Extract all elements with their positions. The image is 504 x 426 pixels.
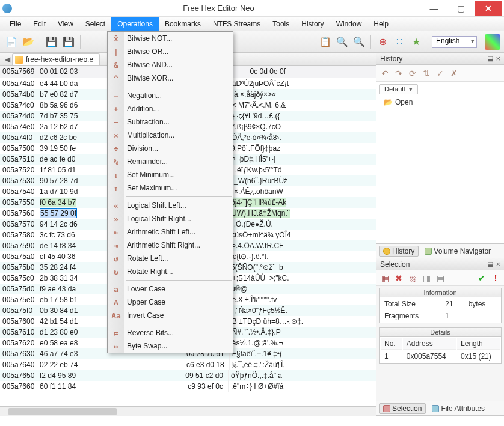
- menu-file[interactable]: File: [4, 17, 27, 31]
- find-next-icon[interactable]: 🔍: [351, 34, 367, 50]
- pin-icon[interactable]: ⬓: [487, 55, 493, 62]
- language-combo[interactable]: English: [432, 36, 477, 48]
- menu-select[interactable]: Select: [79, 17, 111, 31]
- history-redo-icon[interactable]: ↷: [393, 67, 405, 79]
- history-undo-icon[interactable]: ↶: [379, 67, 391, 79]
- menu-item-bitwise-and[interactable]: &Bitwise AND...: [108, 58, 233, 72]
- row-hex-left[interactable]: 0b 30 84 d1: [37, 305, 80, 316]
- row-hex-left[interactable]: 42 b1 54 d1: [37, 316, 80, 327]
- encrypt-icon[interactable]: ⊕: [375, 34, 390, 50]
- document-tab[interactable]: free-hex-editor-neo.e: [12, 53, 100, 65]
- menu-view[interactable]: View: [52, 17, 79, 31]
- tab-volume-navigator[interactable]: Volume Navigator: [421, 246, 494, 256]
- row-hex-left[interactable]: e4 44 b0 da: [37, 78, 80, 89]
- row-hex-left[interactable]: 35 28 24 f4: [37, 262, 78, 273]
- row-hex-left[interactable]: 2b 38 31 34: [37, 273, 80, 284]
- row-hex-left[interactable]: 7d b7 35 75: [37, 111, 80, 121]
- row-hex-left[interactable]: 1f 81 05 d1: [37, 165, 78, 175]
- sel-load-icon[interactable]: ▤: [434, 272, 446, 284]
- menu-item-bitwise-or[interactable]: |Bitwise OR...: [108, 45, 233, 58]
- menu-tools[interactable]: Tools: [266, 17, 295, 31]
- hex-row[interactable]: 005a766060 f1 11 84c9 93 ef 0c.ë"m÷} I Ø…: [0, 381, 376, 392]
- bookmark-icon[interactable]: ★: [408, 34, 424, 50]
- menu-item-invert-case[interactable]: AaInvert Case: [108, 309, 233, 322]
- new-icon[interactable]: 📄: [4, 34, 19, 50]
- row-hex-left[interactable]: 39 19 50 fe: [37, 143, 78, 154]
- menu-item-bitwise-xor[interactable]: ^Bitwise XOR...: [108, 72, 233, 85]
- hex-row[interactable]: 005a7650f2 d4 95 8909 51 c2 d0öŸþƒñÖ.,.‡…: [0, 370, 376, 381]
- menu-item-negation[interactable]: −Negation...: [108, 89, 233, 102]
- row-hex-left[interactable]: f0 6a 34 b7: [37, 197, 78, 208]
- hex-row[interactable]: 005a764002 22 eb 74c6 e3 d0 18§.¯,ëë.‡."…: [0, 359, 376, 370]
- menu-item-set-minimum[interactable]: ↓Set Minimum...: [108, 168, 233, 181]
- menu-item-remainder[interactable]: %Remainder...: [108, 155, 233, 168]
- maximize-button[interactable]: ▢: [447, 1, 475, 16]
- sel-del-icon[interactable]: !: [490, 272, 502, 284]
- row-hex-left[interactable]: e0 58 ea e8: [37, 338, 80, 348]
- horizontal-scrollbar[interactable]: [0, 406, 376, 416]
- sel-ok-icon[interactable]: ✔: [476, 272, 488, 284]
- row-hex-left[interactable]: 55 57 29 0f: [37, 208, 79, 219]
- menu-item-reverse-bits[interactable]: ⇄Reverse Bits...: [108, 326, 233, 339]
- row-hex-right[interactable]: c9 93 ef 0c: [78, 381, 228, 392]
- menu-item-arithmetic-shift-right[interactable]: ⇥Arithmetic Shift Right...: [108, 239, 233, 252]
- row-hex-left[interactable]: eb 17 58 b1: [37, 294, 80, 305]
- menu-item-arithmetic-shift-left[interactable]: ⇤Arithmetic Shift Left...: [108, 225, 233, 239]
- menu-item-multiplication[interactable]: ×Multiplication...: [108, 129, 233, 142]
- menu-item-set-maximum[interactable]: ↑Set Maximum...: [108, 181, 233, 195]
- row-hex-left[interactable]: 3c fc 73 d6: [37, 230, 78, 240]
- history-delete-icon[interactable]: ✗: [448, 67, 460, 79]
- menu-item-rotate-left[interactable]: ↺Rotate Left...: [108, 252, 233, 265]
- row-hex-left[interactable]: 2a 12 b2 d7: [37, 121, 80, 132]
- row-hex-left[interactable]: f2 d4 95 89: [37, 370, 78, 381]
- menu-item-upper-case[interactable]: AUpper Case: [108, 296, 233, 309]
- menu-item-bitwise-not[interactable]: x̄Bitwise NOT...: [108, 32, 233, 45]
- close-button[interactable]: ✕: [475, 1, 502, 16]
- tab-selection[interactable]: Selection: [379, 403, 426, 414]
- minimize-button[interactable]: —: [420, 1, 447, 16]
- row-hex-left[interactable]: 94 14 2c d6: [37, 219, 80, 230]
- find-icon[interactable]: 🔍: [334, 34, 350, 50]
- row-hex-left[interactable]: 1a d7 10 9d: [37, 186, 80, 197]
- menu-bookmarks[interactable]: Bookmarks: [159, 17, 207, 31]
- scrollbar-thumb[interactable]: [8, 408, 117, 415]
- stats-icon[interactable]: ∷: [392, 34, 407, 50]
- paste-icon[interactable]: 📋: [318, 34, 333, 50]
- palette-icon[interactable]: ▦: [485, 34, 500, 50]
- menu-item-subtraction[interactable]: −Subtraction...: [108, 115, 233, 129]
- history-save-icon[interactable]: ✓: [434, 67, 446, 79]
- row-hex-left[interactable]: de ac fe d0: [37, 154, 78, 165]
- menu-ntfs-streams[interactable]: NTFS Streams: [207, 17, 266, 31]
- row-hex-left[interactable]: 90 57 28 7d: [37, 175, 80, 186]
- menu-item-byte-swap[interactable]: ↔Byte Swap...: [108, 339, 233, 353]
- menu-window[interactable]: Window: [330, 17, 368, 31]
- row-hex-left[interactable]: 60 f1 11 84: [37, 381, 78, 392]
- menu-item-rotate-right[interactable]: ↻Rotate Right...: [108, 265, 233, 278]
- sel-clear-icon[interactable]: ✖: [393, 272, 405, 284]
- tab-prev-icon[interactable]: ◀: [2, 55, 12, 64]
- menu-item-addition[interactable]: +Addition...: [108, 102, 233, 115]
- panel-close-icon[interactable]: ×: [496, 54, 500, 63]
- save-icon[interactable]: 💾: [44, 34, 60, 50]
- menu-edit[interactable]: Edit: [27, 17, 52, 31]
- open-icon[interactable]: 📂: [20, 34, 36, 50]
- history-default-tab[interactable]: Default: [379, 84, 418, 94]
- menu-item-logical-shift-right[interactable]: »Logical Shift Right...: [108, 212, 233, 225]
- row-hex-left[interactable]: f9 ae 43 da: [37, 284, 78, 294]
- menu-item-division[interactable]: ÷Division...: [108, 142, 233, 155]
- row-hex-left[interactable]: de 14 f8 34: [37, 240, 78, 251]
- save-all-icon[interactable]: 💾: [61, 34, 76, 50]
- history-item[interactable]: Open: [384, 98, 502, 106]
- row-hex-right[interactable]: 09 51 c2 d0: [78, 370, 228, 381]
- menu-item-lower-case[interactable]: aLower Case: [108, 282, 233, 296]
- row-hex-left[interactable]: cf 45 40 36: [37, 251, 78, 262]
- row-hex-left[interactable]: 02 22 eb 74: [37, 359, 80, 370]
- row-hex-right[interactable]: c6 e3 d0 18: [80, 359, 229, 370]
- row-hex-left[interactable]: 46 a7 74 e3: [37, 348, 80, 359]
- panel-close-icon[interactable]: ×: [496, 260, 500, 269]
- history-branch-icon[interactable]: ⇅: [420, 67, 432, 79]
- row-hex-left[interactable]: d2 c6 2c be: [37, 132, 79, 143]
- menu-history[interactable]: History: [295, 17, 330, 31]
- row-hex-left[interactable]: d1 23 80 e0: [37, 327, 80, 338]
- tab-history[interactable]: History: [379, 246, 419, 257]
